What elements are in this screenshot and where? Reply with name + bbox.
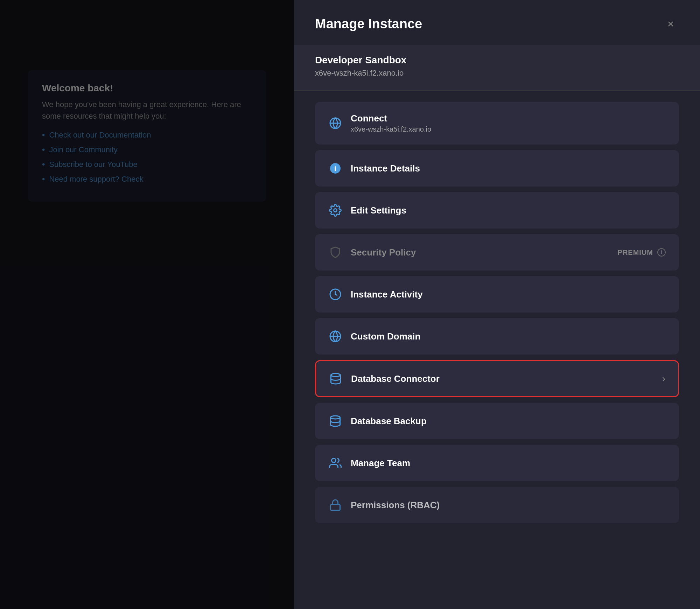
menu-item-edit-settings[interactable]: Edit Settings	[315, 192, 679, 229]
svg-point-10	[332, 458, 336, 463]
manage-instance-modal: Manage Instance × Developer Sandbox x6ve…	[294, 0, 700, 609]
menu-item-domain-left: Custom Domain	[328, 329, 420, 343]
menu-item-custom-domain[interactable]: Custom Domain	[315, 318, 679, 355]
premium-badge: PREMIUM	[618, 248, 653, 257]
info-icon: i	[657, 248, 666, 257]
database-backup-icon	[328, 414, 342, 428]
clock-icon	[328, 287, 342, 301]
svg-point-8	[331, 373, 341, 377]
modal-header: Manage Instance ×	[294, 0, 700, 45]
connect-sublabel: x6ve-wszh-ka5i.f2.xano.io	[351, 125, 431, 133]
menu-item-instance-activity[interactable]: Instance Activity	[315, 276, 679, 313]
db-connector-right: ›	[662, 373, 665, 384]
info-circle-icon: i	[328, 161, 342, 175]
close-button[interactable]: ×	[662, 15, 679, 32]
menu-items-list: Connect x6ve-wszh-ka5i.f2.xano.io i Inst…	[294, 91, 700, 544]
chevron-right-icon: ›	[662, 373, 665, 384]
svg-rect-11	[331, 505, 340, 511]
database-backup-label: Database Backup	[351, 416, 427, 427]
manage-team-label: Manage Team	[351, 458, 410, 469]
menu-item-activity-left: Instance Activity	[328, 287, 423, 301]
security-policy-right: PREMIUM i	[618, 248, 666, 257]
menu-item-rbac-left: Permissions (RBAC)	[328, 498, 440, 512]
instance-name: Developer Sandbox	[315, 55, 679, 66]
menu-item-settings-left: Edit Settings	[328, 203, 406, 217]
gear-icon	[328, 203, 342, 217]
menu-item-database-connector[interactable]: Database Connector ›	[315, 360, 679, 397]
lock-icon	[328, 498, 342, 512]
instance-url: x6ve-wszh-ka5i.f2.xano.io	[315, 69, 679, 78]
globe-outline-icon	[328, 329, 342, 343]
menu-item-details-left: i Instance Details	[328, 161, 420, 175]
menu-item-db-backup-left: Database Backup	[328, 414, 427, 428]
menu-item-database-backup[interactable]: Database Backup	[315, 403, 679, 439]
menu-item-manage-team[interactable]: Manage Team	[315, 445, 679, 481]
menu-item-connect-left: Connect x6ve-wszh-ka5i.f2.xano.io	[328, 113, 431, 133]
menu-item-instance-details[interactable]: i Instance Details	[315, 150, 679, 187]
shield-icon	[328, 245, 342, 259]
menu-item-team-left: Manage Team	[328, 456, 410, 470]
menu-item-connect-text: Connect x6ve-wszh-ka5i.f2.xano.io	[351, 113, 431, 133]
svg-text:i: i	[334, 164, 336, 173]
menu-item-security-left: Security Policy	[328, 245, 416, 259]
edit-settings-label: Edit Settings	[351, 205, 406, 216]
rbac-label: Permissions (RBAC)	[351, 500, 440, 511]
database-connector-label: Database Connector	[351, 373, 440, 384]
svg-point-4	[334, 209, 337, 212]
database-connector-icon	[329, 372, 343, 386]
menu-item-rbac[interactable]: Permissions (RBAC)	[315, 487, 679, 523]
modal-title: Manage Instance	[315, 16, 422, 31]
team-icon	[328, 456, 342, 470]
menu-item-connect[interactable]: Connect x6ve-wszh-ka5i.f2.xano.io	[315, 102, 679, 145]
instance-info-bar: Developer Sandbox x6ve-wszh-ka5i.f2.xano…	[294, 45, 700, 91]
menu-item-db-connector-left: Database Connector	[329, 372, 440, 386]
globe-icon	[328, 116, 342, 130]
instance-details-label: Instance Details	[351, 163, 420, 174]
custom-domain-label: Custom Domain	[351, 331, 420, 342]
svg-point-9	[331, 416, 340, 419]
instance-activity-label: Instance Activity	[351, 289, 423, 300]
connect-label: Connect	[351, 113, 431, 124]
security-policy-label: Security Policy	[351, 247, 416, 258]
menu-item-security-policy[interactable]: Security Policy PREMIUM i	[315, 234, 679, 271]
